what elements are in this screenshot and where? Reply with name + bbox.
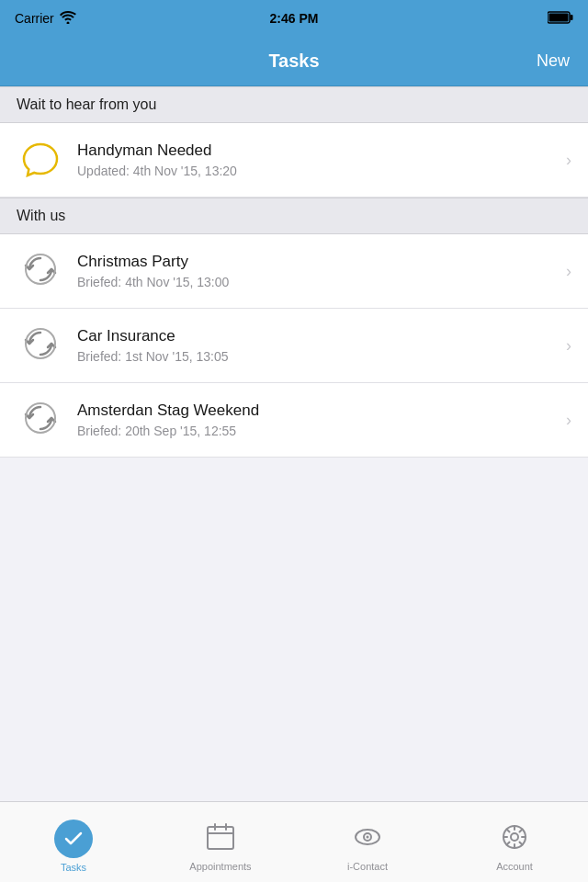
status-bar: Carrier 2:46 PM [0, 0, 588, 37]
tab-bar: Tasks Appointments i-Contact [0, 801, 588, 882]
list-item-content-amsterdam: Amsterdan Stag Weekend Briefed: 20th Sep… [77, 401, 559, 438]
svg-rect-1 [571, 15, 573, 20]
section-header-wait: Wait to hear from you [0, 86, 588, 123]
list-item-title-car-insurance: Car Insurance [77, 327, 559, 345]
tab-account[interactable]: Account [441, 813, 588, 872]
tasks-tab-icon-bg [54, 820, 93, 858]
chevron-icon-handyman: › [566, 151, 571, 170]
status-bar-time: 2:46 PM [270, 11, 319, 26]
svg-rect-6 [208, 827, 233, 849]
appointments-tab-label: Appointments [189, 861, 251, 872]
nav-title: Tasks [268, 51, 319, 72]
list-item-title-handyman: Handyman Needed [77, 141, 559, 160]
chevron-icon-amsterdam: › [566, 411, 571, 430]
icontact-tab-icon [351, 820, 384, 857]
icontact-tab-label: i-Contact [347, 861, 388, 872]
tab-icontact[interactable]: i-Contact [294, 813, 441, 872]
content-area: Wait to hear from you Handyman Needed Up… [0, 86, 588, 801]
chat-icon [17, 136, 64, 184]
section-header-withus: With us [0, 198, 588, 234]
account-tab-label: Account [496, 861, 533, 872]
list-item-subtitle-amsterdam: Briefed: 20th Sep '15, 12:55 [77, 424, 559, 438]
chevron-icon-christmas: › [566, 262, 571, 281]
sync-icon-amsterdam [17, 396, 64, 444]
list-item-subtitle-car-insurance: Briefed: 1st Nov '15, 13:05 [77, 349, 559, 364]
list-item-car-insurance[interactable]: Car Insurance Briefed: 1st Nov '15, 13:0… [0, 309, 588, 383]
account-tab-icon [498, 820, 531, 857]
battery-icon [548, 11, 573, 27]
sync-icon-christmas [17, 247, 64, 295]
svg-line-21 [520, 829, 523, 831]
list-item-subtitle-handyman: Updated: 4th Nov '15, 13:20 [77, 164, 559, 178]
svg-rect-2 [549, 13, 569, 21]
list-item-amsterdam[interactable]: Amsterdan Stag Weekend Briefed: 20th Sep… [0, 383, 588, 458]
status-bar-left: Carrier [15, 11, 76, 27]
list-item-content-christmas: Christmas Party Briefed: 4th Nov '15, 13… [77, 253, 559, 289]
svg-line-20 [520, 842, 523, 844]
sync-icon-car-insurance [17, 322, 64, 369]
tasks-tab-label: Tasks [61, 862, 86, 873]
carrier-label: Carrier [15, 11, 54, 26]
list-item-handyman[interactable]: Handyman Needed Updated: 4th Nov '15, 13… [0, 123, 588, 198]
list-item-subtitle-christmas: Briefed: 4th Nov '15, 13:00 [77, 275, 559, 289]
list-item-title-amsterdam: Amsterdan Stag Weekend [77, 401, 559, 420]
appointments-tab-icon [204, 820, 237, 857]
svg-point-14 [511, 833, 518, 841]
chevron-icon-car-insurance: › [566, 336, 571, 356]
wifi-icon [60, 11, 76, 27]
list-item-title-christmas: Christmas Party [77, 253, 559, 271]
new-button[interactable]: New [537, 51, 570, 71]
tab-tasks[interactable]: Tasks [0, 812, 147, 873]
nav-bar: Tasks New [0, 37, 588, 86]
svg-point-12 [367, 835, 369, 838]
list-item-christmas[interactable]: Christmas Party Briefed: 4th Nov '15, 13… [0, 234, 588, 309]
list-item-content-handyman: Handyman Needed Updated: 4th Nov '15, 13… [77, 141, 559, 178]
svg-line-22 [507, 842, 510, 844]
svg-line-19 [507, 829, 510, 831]
tab-appointments[interactable]: Appointments [147, 813, 294, 872]
list-item-content-car-insurance: Car Insurance Briefed: 1st Nov '15, 13:0… [77, 327, 559, 364]
